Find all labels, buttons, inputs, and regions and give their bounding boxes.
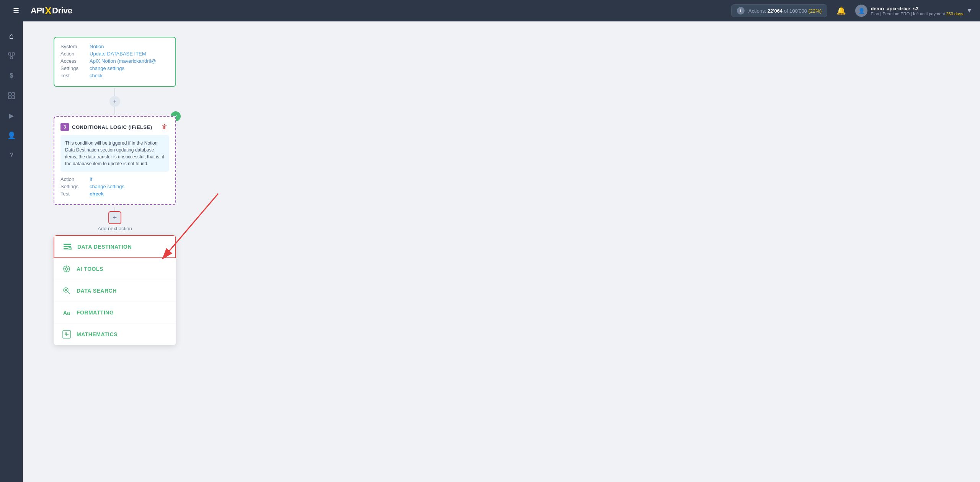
info-icon: i	[737, 7, 745, 15]
add-circle-1[interactable]: +	[109, 96, 120, 107]
formatting-icon: Aa	[61, 307, 72, 318]
logo: APIXDrive	[31, 5, 72, 17]
add-next-button[interactable]: +	[108, 211, 121, 224]
dropdown-item-mathematics[interactable]: MATHEMATICS	[54, 324, 176, 345]
svg-rect-6	[12, 93, 15, 95]
dropdown-item-data-search[interactable]: DATA SEARCH	[54, 280, 176, 302]
card-header: 3 CONDITIONAL LOGIC (IF/ELSE) 🗑	[60, 123, 169, 131]
actions-count: 22'064	[768, 8, 782, 14]
data-search-icon	[61, 285, 72, 296]
mathematics-icon	[61, 329, 72, 340]
bell-button[interactable]: 🔔	[833, 5, 849, 17]
data-destination-icon	[62, 241, 73, 252]
user-area: 👤 demo_apix-drive_s3 Plan | Premium PRO …	[855, 5, 972, 17]
svg-rect-2	[10, 57, 13, 59]
svg-line-22	[68, 292, 70, 294]
sidebar-item-billing[interactable]: $	[3, 67, 20, 84]
svg-rect-8	[12, 96, 15, 99]
svg-text:Aa: Aa	[63, 310, 70, 316]
dropdown-item-ai-tools[interactable]: AI TOOLS	[54, 258, 176, 280]
notion-row-access: Access ApiX Notion (maverickandrii@	[60, 58, 169, 64]
actions-of-label: of	[784, 8, 788, 14]
logo-api: API	[31, 6, 44, 16]
logo-drive: Drive	[52, 6, 72, 16]
svg-rect-10	[64, 246, 71, 247]
content-area: System Notion Action Update DATABASE ITE…	[23, 21, 980, 482]
actions-text: Actions: 22'064 of 100'000 (22%)	[748, 8, 822, 14]
chevron-button[interactable]: ▼	[966, 7, 972, 14]
dropdown-label-formatting: FORMATTING	[77, 309, 114, 316]
notion-row-test: Test check	[60, 73, 169, 78]
card-row-test: Test check	[60, 191, 169, 197]
svg-point-16	[65, 268, 68, 270]
topnav: ☰ APIXDrive i Actions: 22'064 of 100'000…	[0, 0, 980, 21]
add-action-area: + Add next action	[98, 207, 132, 231]
dropdown-item-data-destination[interactable]: DATA DESTINATION	[54, 235, 176, 258]
dropdown-label-data-search: DATA SEARCH	[77, 288, 117, 294]
dropdown-label-mathematics: MATHEMATICS	[77, 331, 118, 337]
logo-x: X	[45, 5, 51, 17]
actions-badge: i Actions: 22'064 of 100'000 (22%)	[731, 4, 827, 17]
condition-description: This condition will be triggered if in t…	[60, 135, 169, 172]
sidebar-item-youtube[interactable]: ▶	[3, 107, 20, 124]
connector-1: +	[109, 88, 120, 114]
sidebar: ⌂ $ ▶ 👤 ?	[0, 21, 23, 482]
dropdown-item-formatting[interactable]: Aa FORMATTING	[54, 302, 176, 324]
notion-row-settings: Settings change settings	[60, 65, 169, 71]
actions-label: Actions:	[748, 8, 766, 14]
sidebar-item-diagram[interactable]	[3, 47, 20, 64]
conditional-card: 3 CONDITIONAL LOGIC (IF/ELSE) 🗑 This con…	[54, 116, 176, 205]
ai-tools-icon	[61, 264, 72, 274]
sidebar-item-help[interactable]: ?	[3, 147, 20, 164]
notion-row-action: Action Update DATABASE ITEM	[60, 51, 169, 57]
add-next-label: Add next action	[98, 226, 132, 231]
notion-row-system: System Notion	[60, 44, 169, 49]
sidebar-item-home[interactable]: ⌂	[3, 28, 20, 44]
main-layout: ⌂ $ ▶ 👤 ?	[0, 21, 980, 482]
actions-total-val: 100'000	[789, 8, 807, 14]
flow-container: System Notion Action Update DATABASE ITE…	[50, 37, 180, 345]
dropdown-label-data-destination: DATA DESTINATION	[77, 244, 132, 250]
svg-rect-7	[8, 96, 11, 99]
svg-point-23	[65, 289, 67, 291]
user-plan: Plan | Premium PRO | left until payment …	[871, 11, 963, 16]
user-info: demo_apix-drive_s3 Plan | Premium PRO | …	[871, 6, 963, 16]
menu-icon[interactable]: ☰	[8, 2, 24, 19]
svg-rect-11	[64, 248, 68, 249]
conditional-card-wrapper: ✓ 3 CONDITIONAL LOGIC (IF/ELSE) 🗑 This c…	[54, 116, 176, 205]
avatar: 👤	[855, 5, 867, 17]
dropdown-menu: DATA DESTINATION AI TOOLS	[54, 235, 176, 345]
actions-pct-val: (22%)	[808, 8, 822, 14]
svg-point-21	[64, 288, 68, 292]
user-name: demo_apix-drive_s3	[871, 6, 963, 11]
card-number: 3	[60, 123, 69, 131]
card-title: CONDITIONAL LOGIC (IF/ELSE)	[72, 124, 157, 130]
dropdown-label-ai-tools: AI TOOLS	[77, 266, 103, 272]
delete-button[interactable]: 🗑	[160, 123, 169, 131]
sidebar-item-apps[interactable]	[3, 87, 20, 104]
notion-card: System Notion Action Update DATABASE ITE…	[54, 37, 176, 87]
svg-rect-1	[12, 53, 15, 55]
svg-rect-9	[64, 244, 71, 245]
card-row-action: Action If	[60, 176, 169, 182]
sidebar-item-profile[interactable]: 👤	[3, 127, 20, 144]
card-row-settings: Settings change settings	[60, 184, 169, 189]
svg-rect-0	[8, 53, 11, 55]
svg-rect-5	[8, 93, 11, 95]
